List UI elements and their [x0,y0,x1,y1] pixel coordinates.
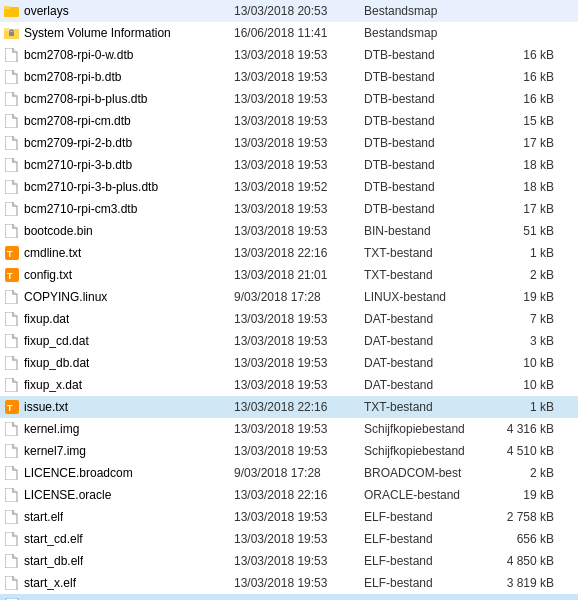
file-name-column: fixup_x.dat [4,377,234,393]
file-name-column: bcm2709-rpi-2-b.dtb [4,135,234,151]
file-icon [4,91,20,107]
table-row[interactable]: fixup.dat13/03/2018 19:53DAT-bestand7 kB [0,308,578,330]
file-icon [4,465,20,481]
file-date: 9/03/2018 17:28 [234,466,364,480]
table-row[interactable]: T config.txt13/03/2018 21:01TXT-bestand2… [0,264,578,286]
svg-marker-8 [5,70,17,84]
file-name-column: start_x.elf [4,575,234,591]
svg-text:T: T [7,403,13,413]
file-date: 13/03/2018 19:52 [234,180,364,194]
file-name-column: bcm2708-rpi-b.dtb [4,69,234,85]
table-row[interactable]: bcm2708-rpi-b-plus.dtb13/03/2018 19:53DT… [0,88,578,110]
file-icon [4,157,20,173]
file-type: DAT-bestand [364,312,494,326]
file-size: 3 kB [494,334,554,348]
table-row[interactable]: fixup_x.dat13/03/2018 19:53DAT-bestand10… [0,374,578,396]
table-row[interactable]: COPYING.linux9/03/2018 17:28LINUX-bestan… [0,286,578,308]
table-row[interactable]: start_cd.elf13/03/2018 19:53ELF-bestand6… [0,528,578,550]
file-name-column: kernel.img [4,421,234,437]
file-name: cmdline.txt [24,246,81,260]
table-row[interactable]: start_x.elf13/03/2018 19:53ELF-bestand3 … [0,572,578,594]
svg-rect-4 [4,28,10,31]
table-row[interactable]: ssh7/06/2018 16:39Bestand0 kB [0,594,578,600]
file-type: DTB-bestand [364,180,494,194]
table-row[interactable]: System Volume Information16/06/2018 11:4… [0,22,578,44]
table-row[interactable]: fixup_cd.dat13/03/2018 19:53DAT-bestand3… [0,330,578,352]
file-type: DTB-bestand [364,92,494,106]
table-row[interactable]: bcm2710-rpi-3-b-plus.dtb13/03/2018 19:52… [0,176,578,198]
file-list: overlays13/03/2018 20:53Bestandsmap Syst… [0,0,578,600]
file-name-column: fixup_cd.dat [4,333,234,349]
table-row[interactable]: LICENSE.oracle13/03/2018 22:16ORACLE-bes… [0,484,578,506]
file-name-column: start_db.elf [4,553,234,569]
file-name: bcm2710-rpi-3-b.dtb [24,158,132,172]
file-date: 13/03/2018 19:53 [234,532,364,546]
table-row[interactable]: fixup_db.dat13/03/2018 19:53DAT-bestand1… [0,352,578,374]
file-icon [4,421,20,437]
file-icon [4,311,20,327]
file-name-column: bcm2710-rpi-cm3.dtb [4,201,234,217]
file-type: DAT-bestand [364,356,494,370]
table-row[interactable]: LICENCE.broadcom9/03/2018 17:28BROADCOM-… [0,462,578,484]
file-name: COPYING.linux [24,290,107,304]
file-type: ORACLE-bestand [364,488,494,502]
file-name-column: bcm2710-rpi-3-b-plus.dtb [4,179,234,195]
file-icon [4,47,20,63]
file-name-column: bootcode.bin [4,223,234,239]
file-name: overlays [24,4,69,18]
table-row[interactable]: bcm2710-rpi-3-b.dtb13/03/2018 19:53DTB-b… [0,154,578,176]
file-type: DTB-bestand [364,136,494,150]
file-name: bcm2708-rpi-0-w.dtb [24,48,133,62]
file-size: 18 kB [494,158,554,172]
svg-marker-24 [5,378,17,392]
file-size: 4 850 kB [494,554,554,568]
file-type: BROADCOM-best [364,466,494,480]
svg-rect-2 [4,6,10,9]
table-row[interactable]: bootcode.bin13/03/2018 19:53BIN-bestand5… [0,220,578,242]
file-type: TXT-bestand [364,268,494,282]
file-name: LICENSE.oracle [24,488,111,502]
file-icon [4,355,20,371]
svg-marker-10 [5,114,17,128]
file-icon [4,553,20,569]
svg-marker-9 [5,92,17,106]
txt-special-icon: T [4,267,20,283]
table-row[interactable]: start.elf13/03/2018 19:53ELF-bestand2 75… [0,506,578,528]
table-row[interactable]: start_db.elf13/03/2018 19:53ELF-bestand4… [0,550,578,572]
file-size: 18 kB [494,180,554,194]
file-date: 13/03/2018 19:53 [234,356,364,370]
file-icon [4,487,20,503]
svg-marker-29 [5,466,17,480]
file-name: bootcode.bin [24,224,93,238]
table-row[interactable]: bcm2708-rpi-b.dtb13/03/2018 19:53DTB-bes… [0,66,578,88]
file-name: bcm2709-rpi-2-b.dtb [24,136,132,150]
file-name: start_db.elf [24,554,83,568]
table-row[interactable]: bcm2710-rpi-cm3.dtb13/03/2018 19:53DTB-b… [0,198,578,220]
file-type: Bestandsmap [364,26,494,40]
table-row[interactable]: bcm2708-rpi-cm.dtb13/03/2018 19:53DTB-be… [0,110,578,132]
table-row[interactable]: kernel7.img13/03/2018 19:53Schijfkopiebe… [0,440,578,462]
file-size: 1 kB [494,246,554,260]
table-row[interactable]: bcm2709-rpi-2-b.dtb13/03/2018 19:53DTB-b… [0,132,578,154]
file-size: 16 kB [494,92,554,106]
table-row[interactable]: bcm2708-rpi-0-w.dtb13/03/2018 19:53DTB-b… [0,44,578,66]
file-size: 19 kB [494,290,554,304]
file-date: 13/03/2018 19:53 [234,576,364,590]
file-date: 13/03/2018 19:53 [234,510,364,524]
table-row[interactable]: T cmdline.txt13/03/2018 22:16TXT-bestand… [0,242,578,264]
file-date: 13/03/2018 19:53 [234,158,364,172]
file-icon [4,377,20,393]
folder-locked-icon [4,25,20,41]
file-name: System Volume Information [24,26,171,40]
table-row[interactable]: overlays13/03/2018 20:53Bestandsmap [0,0,578,22]
table-row[interactable]: T issue.txt13/03/2018 22:16TXT-bestand1 … [0,396,578,418]
table-row[interactable]: kernel.img13/03/2018 19:53Schijfkopiebes… [0,418,578,440]
svg-marker-27 [5,422,17,436]
file-type: ELF-bestand [364,510,494,524]
svg-text:T: T [7,271,13,281]
txt-special-icon: T [4,245,20,261]
file-date: 9/03/2018 17:28 [234,290,364,304]
file-date: 13/03/2018 19:53 [234,334,364,348]
file-date: 13/03/2018 19:53 [234,114,364,128]
file-type: TXT-bestand [364,246,494,260]
